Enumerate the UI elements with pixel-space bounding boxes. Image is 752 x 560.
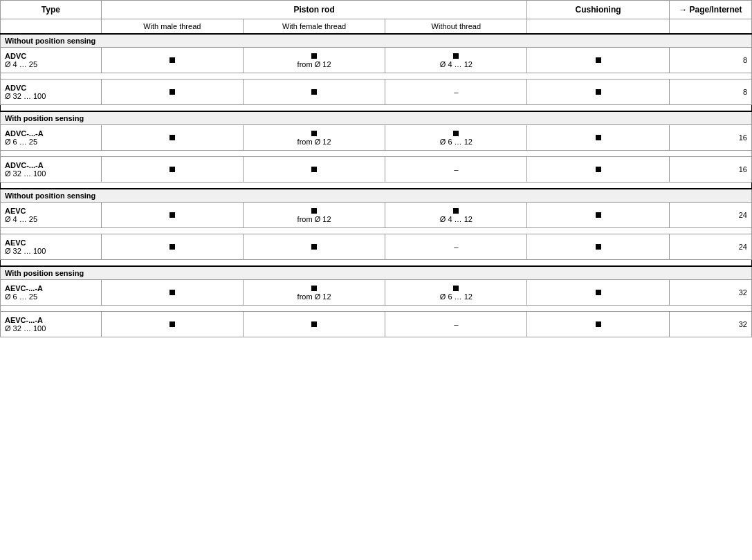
main-wrapper: Type Piston rod Cushioning → Page/Intern… xyxy=(0,0,752,560)
page-cell: 16 xyxy=(669,125,751,151)
check-square-icon xyxy=(596,135,601,140)
cushioning-cell xyxy=(527,48,669,73)
check-square-icon xyxy=(169,290,175,295)
type-cell: ADVC-...-AØ 6 … 25 xyxy=(1,125,102,151)
check-square-icon xyxy=(311,286,317,291)
female-thread-cell xyxy=(243,157,385,183)
check-square-icon xyxy=(169,212,175,218)
page-cell: 24 xyxy=(669,203,751,228)
sub-header-female: With female thread xyxy=(243,19,385,35)
header-piston: Piston rod xyxy=(101,1,527,19)
sub-header-male: With male thread xyxy=(101,19,243,35)
section-label: With position sensing xyxy=(1,266,752,280)
type-name: ADVC xyxy=(5,52,97,60)
female-thread-cell xyxy=(243,234,385,260)
check-square-icon xyxy=(311,53,317,59)
type-range: Ø 4 … 25 xyxy=(5,215,97,223)
section-label: Without position sensing xyxy=(1,189,752,203)
check-square-icon xyxy=(311,89,317,95)
sub-header-page-empty xyxy=(669,19,751,35)
cushioning-cell xyxy=(527,234,669,260)
no-thread-cell: Ø 4 … 12 xyxy=(385,203,527,228)
check-square-icon xyxy=(311,131,317,136)
type-cell: ADVC-...-AØ 32 … 100 xyxy=(1,157,102,183)
check-square-icon xyxy=(453,208,459,214)
no-thread-sub: Ø 6 … 12 xyxy=(389,138,522,146)
not-available-dash: – xyxy=(454,320,458,328)
type-name: AEVC-...-A xyxy=(5,316,97,324)
sub-header-nothread: Without thread xyxy=(385,19,527,35)
no-thread-sub: Ø 4 … 12 xyxy=(389,60,522,68)
table-row: ADVC-...-AØ 6 … 25from Ø 12Ø 6 … 1216 xyxy=(1,125,752,151)
header-cushioning: Cushioning xyxy=(527,1,669,19)
type-range: Ø 32 … 100 xyxy=(5,247,97,255)
no-thread-cell: – xyxy=(385,157,527,183)
page-cell: 32 xyxy=(669,312,751,337)
check-square-icon xyxy=(169,321,175,327)
type-range: Ø 4 … 25 xyxy=(5,60,97,68)
header-page: → Page/Internet xyxy=(669,1,751,19)
no-thread-cell: – xyxy=(385,312,527,337)
intra-section-spacer xyxy=(1,306,752,312)
cushioning-cell xyxy=(527,157,669,183)
cushioning-cell xyxy=(527,80,669,105)
female-thread-cell: from Ø 12 xyxy=(243,48,385,73)
cushioning-cell xyxy=(527,125,669,151)
no-thread-cell: Ø 4 … 12 xyxy=(385,48,527,73)
header-type: Type xyxy=(1,1,102,19)
check-square-icon xyxy=(596,89,601,95)
product-table: Type Piston rod Cushioning → Page/Intern… xyxy=(0,0,752,337)
main-header-row: Type Piston rod Cushioning → Page/Intern… xyxy=(1,1,752,19)
no-thread-cell: – xyxy=(385,80,527,105)
check-square-icon xyxy=(453,286,459,291)
type-name: ADVC-...-A xyxy=(5,129,97,138)
check-square-icon xyxy=(596,244,601,250)
type-name: ADVC xyxy=(5,84,97,92)
not-available-dash: – xyxy=(454,243,458,251)
female-thread-cell: from Ø 12 xyxy=(243,280,385,306)
type-cell: AEVC-...-AØ 6 … 25 xyxy=(1,280,102,306)
check-square-icon xyxy=(311,244,317,250)
not-available-dash: – xyxy=(454,88,458,96)
check-square-icon xyxy=(596,321,601,327)
table-row: AEVC-...-AØ 6 … 25from Ø 12Ø 6 … 1232 xyxy=(1,280,752,306)
section-header-row: With position sensing xyxy=(1,111,752,125)
type-name: ADVC-...-A xyxy=(5,161,97,169)
female-thread-cell xyxy=(243,312,385,337)
check-square-icon xyxy=(596,167,601,172)
type-range: Ø 32 … 100 xyxy=(5,92,97,100)
cushioning-cell xyxy=(527,203,669,228)
not-available-dash: – xyxy=(454,165,458,174)
spacer-row xyxy=(1,260,752,267)
type-name: AEVC-...-A xyxy=(5,284,97,292)
no-thread-sub: Ø 4 … 12 xyxy=(389,215,522,223)
check-square-icon xyxy=(169,57,175,63)
intra-section-spacer xyxy=(1,73,752,80)
section-header-row: Without position sensing xyxy=(1,189,752,203)
sub-header-row: With male thread With female thread With… xyxy=(1,19,752,35)
no-thread-cell: – xyxy=(385,234,527,260)
page-cell: 24 xyxy=(669,234,751,260)
female-thread-sub: from Ø 12 xyxy=(248,215,380,223)
check-square-icon xyxy=(169,167,175,172)
cushioning-cell xyxy=(527,312,669,337)
check-square-icon xyxy=(169,135,175,140)
intra-section-spacer xyxy=(1,228,752,234)
male-thread-cell xyxy=(101,312,243,337)
female-thread-cell: from Ø 12 xyxy=(243,125,385,151)
type-range: Ø 32 … 100 xyxy=(5,324,97,333)
check-square-icon xyxy=(169,244,175,250)
table-body: Without position sensingADVCØ 4 … 25from… xyxy=(1,34,752,337)
male-thread-cell xyxy=(101,234,243,260)
type-cell: AEVCØ 32 … 100 xyxy=(1,234,102,260)
female-thread-sub: from Ø 12 xyxy=(248,138,380,146)
spacer-row xyxy=(1,183,752,189)
female-thread-cell: from Ø 12 xyxy=(243,203,385,228)
table-row: AEVCØ 32 … 100–24 xyxy=(1,234,752,260)
check-square-icon xyxy=(311,208,317,214)
type-name: AEVC xyxy=(5,207,97,215)
type-name: AEVC xyxy=(5,239,97,247)
section-label: Without position sensing xyxy=(1,34,752,48)
sub-header-type-empty xyxy=(1,19,102,35)
no-thread-sub: Ø 6 … 12 xyxy=(389,292,522,301)
